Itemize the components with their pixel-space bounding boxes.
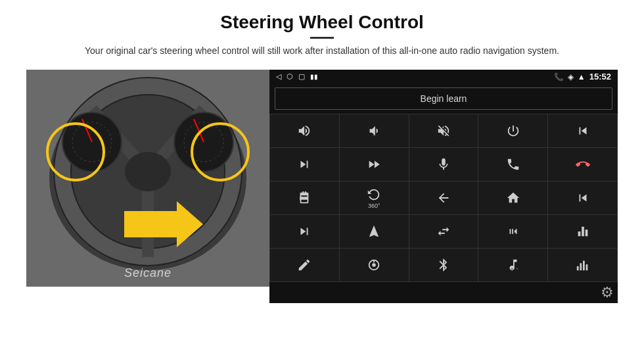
home-nav-button[interactable] bbox=[478, 181, 547, 214]
recent-apps-icon[interactable]: ▢ bbox=[298, 72, 305, 81]
radio-output-icon bbox=[506, 224, 520, 239]
svg-marker-14 bbox=[124, 201, 203, 247]
svg-rect-23 bbox=[580, 263, 582, 270]
spectrum-icon bbox=[576, 258, 590, 272]
volume-down-button[interactable]: - bbox=[340, 114, 409, 147]
power-icon bbox=[506, 124, 520, 138]
svg-point-7 bbox=[125, 152, 171, 191]
signal-icon: ▮▮ bbox=[310, 73, 318, 80]
status-bar-right: 📞 ◈ ▲ 15:52 bbox=[554, 72, 611, 82]
back-nav-button[interactable] bbox=[409, 181, 478, 214]
svg-rect-25 bbox=[586, 264, 587, 270]
pen-button[interactable] bbox=[270, 249, 339, 281]
phonebook-button[interactable] bbox=[270, 181, 339, 214]
bluetooth-icon bbox=[436, 258, 451, 272]
360-label: 360° bbox=[368, 203, 380, 209]
highlight-circle-left bbox=[46, 122, 105, 181]
microphone-button[interactable] bbox=[409, 148, 478, 181]
radio-output-button[interactable] bbox=[478, 215, 547, 248]
status-bar-left: ◁ ⬡ ▢ ▮▮ bbox=[276, 72, 318, 81]
svg-point-20 bbox=[511, 268, 513, 271]
navigation-icon bbox=[367, 224, 381, 239]
svg-text:*: * bbox=[516, 266, 518, 272]
status-bar: ◁ ⬡ ▢ ▮▮ 📞 ◈ ▲ 15:52 bbox=[269, 70, 618, 84]
title-divider bbox=[310, 37, 334, 39]
mute-icon bbox=[436, 124, 451, 138]
equalizer-button[interactable] bbox=[548, 215, 617, 248]
highlight-circle-right bbox=[191, 122, 250, 181]
skip-forward-button[interactable] bbox=[270, 215, 339, 248]
equalizer-icon bbox=[576, 224, 590, 239]
clock: 15:52 bbox=[589, 72, 611, 82]
music-button[interactable]: * bbox=[478, 249, 547, 281]
svg-text:+: + bbox=[303, 131, 306, 137]
phone-answer-button[interactable] bbox=[478, 148, 547, 181]
phone-answer-icon bbox=[506, 157, 520, 172]
rewind-button[interactable] bbox=[548, 181, 617, 214]
direction-arrow bbox=[124, 201, 203, 247]
location-icon: ◈ bbox=[568, 72, 574, 82]
begin-learn-button[interactable]: Begin learn bbox=[275, 87, 612, 110]
back-nav-icon bbox=[436, 191, 451, 205]
page-container: Steering Wheel Control Your original car… bbox=[0, 0, 644, 359]
navigation-button[interactable] bbox=[340, 215, 409, 248]
fast-forward-button[interactable] bbox=[340, 148, 409, 181]
knob-button[interactable] bbox=[340, 249, 409, 281]
microphone-icon bbox=[436, 157, 451, 172]
phonebook-icon bbox=[297, 191, 311, 205]
music-icon: * bbox=[506, 258, 520, 272]
wifi-icon: ▲ bbox=[578, 72, 586, 82]
back-icon[interactable]: ◁ bbox=[276, 72, 281, 81]
spectrum-button[interactable] bbox=[548, 249, 617, 281]
rewind-icon bbox=[576, 191, 590, 205]
page-title: Steering Wheel Control bbox=[85, 12, 559, 33]
bluetooth-button[interactable] bbox=[409, 249, 478, 281]
settings-area: ⚙ bbox=[269, 282, 618, 303]
home-icon[interactable]: ⬡ bbox=[287, 72, 293, 81]
control-grid: + - bbox=[269, 114, 618, 282]
svg-rect-24 bbox=[583, 261, 585, 271]
volume-down-icon: - bbox=[367, 124, 381, 138]
settings-button[interactable]: ⚙ bbox=[601, 284, 614, 301]
swap-icon bbox=[436, 224, 451, 239]
content-area: Seicane ◁ ⬡ ▢ ▮▮ 📞 ◈ ▲ bbox=[26, 70, 618, 287]
next-button[interactable] bbox=[270, 148, 339, 181]
radio-ui-panel: ◁ ⬡ ▢ ▮▮ 📞 ◈ ▲ 15:52 Begin learn bbox=[269, 70, 618, 287]
phone-icon: 📞 bbox=[554, 72, 564, 82]
volume-up-icon: + bbox=[297, 124, 311, 138]
svg-point-18 bbox=[372, 263, 376, 267]
title-section: Steering Wheel Control Your original car… bbox=[85, 12, 559, 66]
home-nav-icon bbox=[506, 191, 520, 205]
pen-icon bbox=[297, 258, 311, 272]
360-button[interactable]: 360° bbox=[340, 181, 409, 214]
volume-up-button[interactable]: + bbox=[270, 114, 339, 147]
360-icon bbox=[367, 187, 381, 201]
begin-learn-row: Begin learn bbox=[269, 84, 618, 114]
knob-icon bbox=[367, 258, 381, 272]
next-icon bbox=[297, 157, 311, 172]
hang-up-icon bbox=[576, 157, 590, 172]
power-button[interactable] bbox=[478, 114, 547, 147]
svg-rect-22 bbox=[576, 266, 578, 270]
page-subtitle: Your original car's steering wheel contr… bbox=[85, 44, 559, 58]
fast-forward-icon bbox=[367, 157, 381, 172]
hang-up-button[interactable] bbox=[548, 148, 617, 181]
swap-button[interactable] bbox=[409, 215, 478, 248]
skip-forward-icon bbox=[297, 224, 311, 239]
prev-track-button[interactable] bbox=[548, 114, 617, 147]
prev-track-icon bbox=[576, 124, 590, 138]
brand-logo: Seicane bbox=[124, 266, 172, 280]
mute-button[interactable] bbox=[409, 114, 478, 147]
steering-wheel-photo: Seicane bbox=[26, 70, 269, 287]
